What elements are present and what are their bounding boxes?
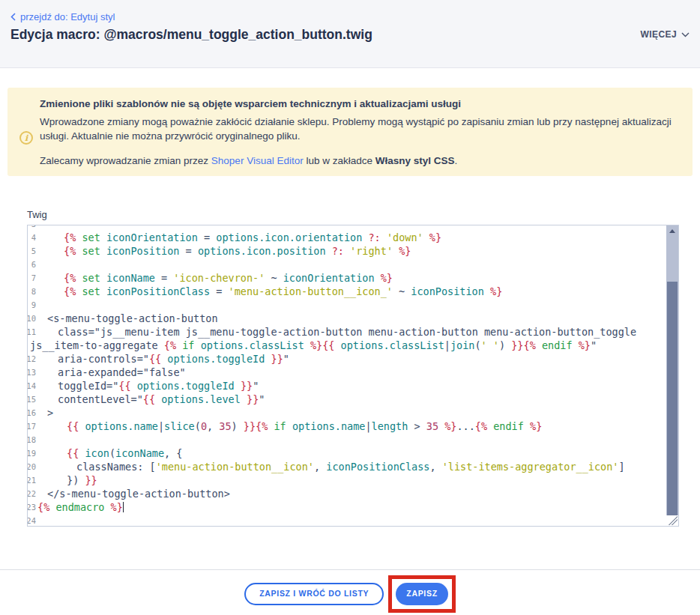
scrollbar-thumb[interactable] [667, 282, 678, 515]
code-line[interactable]: 13aria-expanded="false" [28, 366, 666, 379]
code-line[interactable]: 12aria-controls="{{ options.toggleId }}" [28, 352, 666, 366]
code-line[interactable]: 8{% set iconPositionClass = 'menu-action… [28, 285, 666, 298]
code-text: {{ options.name|slice(0, 35) }}{% if opt… [37, 420, 542, 432]
code-text: {% set iconPosition = options.icon.posit… [37, 245, 411, 257]
chevron-left-icon [10, 13, 16, 21]
warning-banner: i Zmienione pliki szablonów nie są objęt… [7, 88, 693, 176]
code-text: {% endmacro %} [37, 501, 124, 513]
line-number: 21 [28, 473, 36, 487]
code-text: <s-menu-toggle-action-button [37, 312, 218, 324]
line-number: 8 [28, 285, 36, 298]
code-text: aria-expanded="false" [37, 366, 186, 378]
line-number: 12 [28, 352, 36, 366]
code-line[interactable]: 18 [28, 433, 666, 446]
code-line[interactable]: 22</s-menu-toggle-action-button> [28, 487, 666, 500]
code-line[interactable]: 17{{ options.name|slice(0, 35) }}{% if o… [28, 419, 666, 433]
code-text: {% set iconName = 'icon-chevron-' ~ icon… [37, 272, 393, 284]
line-number: 16 [28, 406, 36, 419]
save-button[interactable]: ZAPISZ [396, 583, 448, 605]
footer-divider [0, 569, 700, 570]
code-line[interactable]: 6 [28, 258, 666, 271]
text-cursor [123, 502, 124, 512]
code-text: }) }} [37, 474, 97, 486]
recommendation-suffix: . [455, 155, 458, 166]
warning-recommendation: Zalecamy wprowadzanie zmian przez Shoper… [40, 154, 678, 169]
footer-actions: ZAPISZ I WRÓĆ DO LISTY ZAPISZ [0, 575, 700, 613]
line-number: 11 [28, 325, 36, 339]
code-line[interactable]: 14toggleId="{{ options.toggleId }}" [28, 379, 666, 393]
code-line[interactable]: 24 [28, 514, 666, 527]
more-button[interactable]: WIĘCEJ [641, 29, 690, 40]
line-number: 18 [28, 433, 36, 446]
page-header: przejdź do: Edytuj styl Edycja macro: @m… [0, 0, 700, 68]
code-editor[interactable]: 34{% set iconOrientation = options.icon.… [27, 225, 679, 527]
line-number: 22 [28, 487, 36, 500]
code-text: aria-controls="{{ options.toggleId }}" [37, 353, 289, 365]
line-number: 3 [28, 225, 36, 231]
warning-title: Zmienione pliki szablonów nie są objęte … [40, 97, 678, 112]
code-line[interactable]: 4{% set iconOrientation = options.icon.o… [28, 231, 666, 244]
line-number: 7 [28, 271, 36, 285]
more-button-label: WIĘCEJ [641, 29, 677, 40]
code-text: class="js__menu-item js__menu-toggle-act… [37, 326, 636, 338]
warning-text: Zmienione pliki szablonów nie są objęte … [40, 97, 678, 168]
code-lines[interactable]: 34{% set iconOrientation = options.icon.… [28, 225, 666, 527]
code-text: toggleId="{{ options.toggleId }}" [37, 380, 259, 392]
line-number: 24 [28, 514, 36, 527]
code-line[interactable]: 15contentLevel="{{ options.level }}" [28, 393, 666, 406]
code-text: {% set iconPositionClass = 'menu-action-… [37, 285, 502, 297]
code-line[interactable]: 20classNames: ['menu-action-button__icon… [28, 460, 666, 473]
resize-grip-icon[interactable] [668, 515, 678, 525]
line-number: 4 [28, 231, 36, 244]
page-title: Edycja macro: @macros/menu_toggle_action… [10, 27, 372, 43]
line-number: 17 [28, 419, 36, 433]
back-link-label: przejdź do: Edytuj styl [20, 11, 115, 22]
recommendation-prefix: Zalecamy wprowadzanie zmian przez [40, 155, 211, 166]
warning-body: Wprowadzone zmiany mogą poważnie zakłóci… [40, 115, 678, 144]
code-line[interactable]: 9 [28, 298, 666, 312]
recommendation-middle: lub w zakładce [304, 155, 375, 166]
line-number: 9 [28, 298, 36, 312]
code-line[interactable]: 5{% set iconPosition = options.icon.posi… [28, 244, 666, 258]
code-text: classNames: ['menu-action-button__icon',… [37, 461, 625, 473]
line-number: 5 [28, 244, 36, 258]
line-number: 20 [28, 460, 36, 473]
code-line[interactable]: 11class="js__menu-item js__menu-toggle-a… [28, 325, 666, 339]
save-and-back-button[interactable]: ZAPISZ I WRÓĆ DO LISTY [244, 583, 384, 605]
visual-editor-link[interactable]: Shoper Visual Editor [211, 155, 304, 166]
code-text: > [37, 407, 53, 419]
line-number: 10 [28, 312, 36, 325]
code-line[interactable]: 23{% endmacro %} [28, 500, 666, 514]
line-number: 23 [28, 500, 36, 514]
code-text: </s-menu-toggle-action-button> [37, 488, 230, 500]
line-number: 19 [28, 446, 36, 460]
code-line[interactable]: 10<s-menu-toggle-action-button [28, 312, 666, 325]
code-line-continuation[interactable]: js__item-to-aggregate {% if options.clas… [28, 339, 666, 352]
code-text: {% set iconOrientation = options.icon.or… [37, 231, 441, 243]
line-number: 15 [28, 393, 36, 406]
line-number: 13 [28, 366, 36, 379]
code-line[interactable]: 16> [28, 406, 666, 419]
code-line[interactable]: 7{% set iconName = 'icon-chevron-' ~ ico… [28, 271, 666, 285]
code-line[interactable]: 21}) }} [28, 473, 666, 487]
info-icon: i [19, 131, 33, 145]
chevron-down-icon [681, 29, 690, 40]
code-line[interactable]: 3 [28, 225, 666, 231]
line-number: 14 [28, 379, 36, 393]
code-text: {{ icon(iconName, { [37, 447, 182, 459]
back-link[interactable]: przejdź do: Edytuj styl [10, 11, 115, 22]
css-tab-name: Własny styl CSS [375, 155, 455, 166]
annotation-highlight-box: ZAPISZ [388, 575, 456, 613]
line-number: 6 [28, 258, 36, 271]
editor-language-label: Twig [27, 209, 47, 220]
code-line[interactable]: 19{{ icon(iconName, { [28, 446, 666, 460]
code-text: contentLevel="{{ options.level }}" [37, 393, 265, 405]
code-text: js__item-to-aggregate {% if options.clas… [30, 339, 597, 351]
vertical-scrollbar[interactable] [666, 225, 678, 515]
scroll-up-arrow[interactable] [666, 225, 678, 236]
